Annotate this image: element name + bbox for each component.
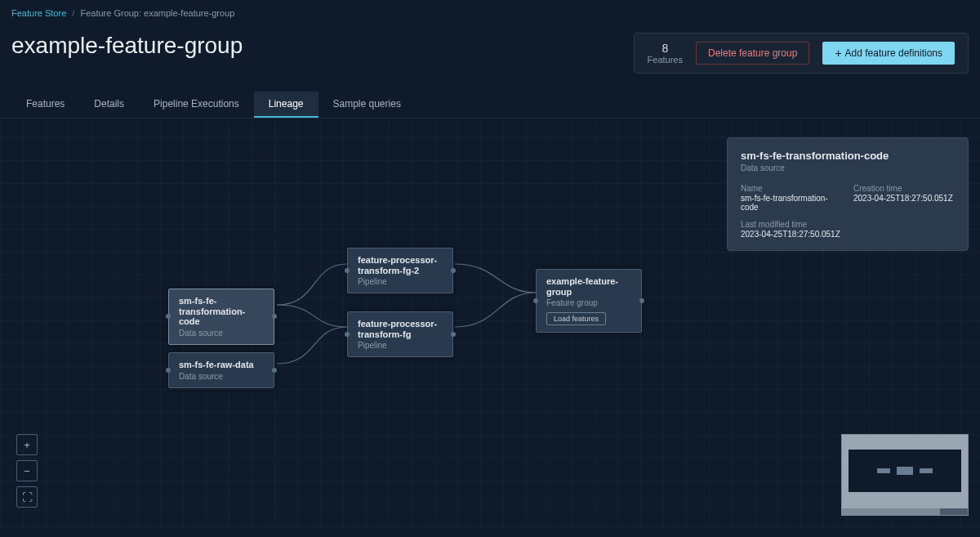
- detail-title: sm-fs-fe-transformation-code: [741, 150, 955, 162]
- detail-modified-time-value: 2023-04-25T18:27:50.051Z: [741, 230, 842, 239]
- minimap-viewport: [849, 450, 961, 492]
- detail-subtitle: Data source: [741, 163, 955, 172]
- add-feature-definitions-button[interactable]: + Add feature definitions: [822, 42, 955, 65]
- node-transformation-code[interactable]: sm-fs-fe-transformation-code Data source: [168, 289, 274, 345]
- node-example-feature-group[interactable]: example-feature-group Feature group Load…: [536, 269, 642, 333]
- node-title: feature-processor-transform-fg-2: [358, 255, 443, 275]
- tab-sample-queries[interactable]: Sample queries: [318, 92, 416, 118]
- tab-features[interactable]: Features: [11, 92, 79, 118]
- zoom-out-button[interactable]: −: [16, 460, 38, 481]
- features-count: 8 Features: [648, 42, 683, 65]
- page-title: example-feature-group: [11, 33, 634, 59]
- node-title: sm-fs-fe-raw-data: [179, 360, 264, 370]
- tab-lineage[interactable]: Lineage: [254, 92, 318, 118]
- node-raw-data[interactable]: sm-fs-fe-raw-data Data source: [168, 352, 274, 388]
- node-feature-processor-fg-2[interactable]: feature-processor-transform-fg-2 Pipelin…: [347, 248, 453, 293]
- detail-name-label: Name: [741, 184, 842, 193]
- breadcrumb-separator: /: [72, 8, 74, 18]
- node-subtitle: Data source: [179, 329, 264, 338]
- features-count-label: Features: [648, 55, 683, 65]
- zoom-in-button[interactable]: +: [16, 434, 38, 455]
- tabs: Features Details Pipeline Executions Lin…: [0, 83, 980, 119]
- plus-icon: +: [835, 47, 841, 59]
- node-subtitle: Pipeline: [358, 277, 443, 286]
- detail-creation-time-label: Creation time: [853, 184, 955, 193]
- node-title: sm-fs-fe-transformation-code: [179, 296, 264, 327]
- detail-name-value: sm-fs-fe-transformation-code: [741, 194, 842, 212]
- minimap-scrollbar[interactable]: [842, 508, 968, 515]
- detail-creation-time-value: 2023-04-25T18:27:50.051Z: [853, 194, 955, 203]
- detail-modified-time-label: Last modified time: [741, 220, 842, 229]
- node-subtitle: Pipeline: [358, 341, 443, 350]
- zoom-controls: + − ⛶: [16, 434, 38, 508]
- tab-details[interactable]: Details: [79, 92, 139, 118]
- header-action-box: 8 Features Delete feature group + Add fe…: [634, 33, 969, 74]
- tab-pipeline-executions[interactable]: Pipeline Executions: [139, 92, 254, 118]
- node-subtitle: Data source: [179, 372, 264, 381]
- node-feature-processor-fg[interactable]: feature-processor-transform-fg Pipeline: [347, 311, 453, 357]
- node-title: feature-processor-transform-fg: [358, 319, 443, 339]
- node-title: example-feature-group: [546, 276, 631, 297]
- breadcrumb: Feature Store / Feature Group: example-f…: [0, 0, 980, 23]
- features-count-value: 8: [648, 42, 683, 55]
- delete-feature-group-button[interactable]: Delete feature group: [696, 42, 809, 65]
- breadcrumb-current: Feature Group: example-feature-group: [80, 8, 234, 18]
- add-button-label: Add feature definitions: [845, 47, 942, 59]
- detail-panel: sm-fs-fe-transformation-code Data source…: [727, 137, 969, 251]
- breadcrumb-root-link[interactable]: Feature Store: [11, 8, 66, 18]
- zoom-fit-button[interactable]: ⛶: [16, 486, 38, 508]
- node-subtitle: Feature group: [546, 298, 631, 307]
- load-features-button[interactable]: Load features: [546, 312, 606, 325]
- minimap[interactable]: [841, 434, 969, 516]
